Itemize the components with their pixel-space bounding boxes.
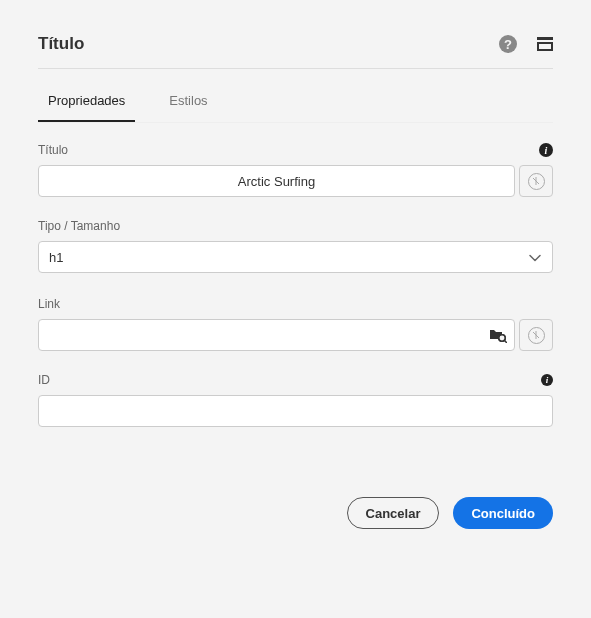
dialog: Título ? Propriedades Estilos Título i — [0, 0, 591, 559]
field-label: Tipo / Tamanho — [38, 219, 120, 233]
tab-properties[interactable]: Propriedades — [38, 93, 135, 122]
field-id: ID i — [38, 373, 553, 427]
field-type: Tipo / Tamanho h1 — [38, 219, 553, 275]
id-input[interactable] — [38, 395, 553, 427]
path-browser-icon[interactable] — [489, 327, 507, 343]
button-label: Concluído — [471, 506, 535, 521]
select-value: h1 — [49, 250, 63, 265]
button-label: Cancelar — [366, 506, 421, 521]
tab-styles[interactable]: Estilos — [159, 93, 207, 122]
svg-line-3 — [504, 340, 506, 342]
field-header: ID i — [38, 373, 553, 387]
help-icon[interactable]: ? — [499, 35, 517, 53]
field-row — [38, 319, 553, 351]
field-row — [38, 395, 553, 427]
fullscreen-icon[interactable] — [537, 37, 553, 51]
data-picker-button[interactable] — [519, 319, 553, 351]
data-picker-icon — [528, 173, 545, 190]
field-title: Título i — [38, 143, 553, 197]
dialog-footer: Cancelar Concluído — [38, 449, 553, 559]
header-icons: ? — [499, 35, 553, 53]
field-label: Título — [38, 143, 68, 157]
type-select[interactable]: h1 — [38, 241, 553, 273]
field-link: Link — [38, 297, 553, 351]
title-input[interactable] — [38, 165, 515, 197]
form: Título i Tipo / Tamanho h1 — [38, 123, 553, 427]
info-icon[interactable]: i — [541, 374, 553, 386]
done-button[interactable]: Concluído — [453, 497, 553, 529]
dialog-header: Título ? — [38, 0, 553, 69]
field-row — [38, 165, 553, 197]
field-label: ID — [38, 373, 50, 387]
select-wrap: h1 — [38, 241, 553, 275]
field-label: Link — [38, 297, 60, 311]
cancel-button[interactable]: Cancelar — [347, 497, 440, 529]
data-picker-icon — [528, 327, 545, 344]
tabs: Propriedades Estilos — [38, 69, 553, 123]
dialog-title: Título — [38, 34, 84, 54]
tab-label: Propriedades — [48, 93, 125, 108]
field-header: Título i — [38, 143, 553, 157]
info-icon[interactable]: i — [539, 143, 553, 157]
link-input-wrap — [38, 319, 515, 351]
tab-label: Estilos — [169, 93, 207, 108]
data-picker-button[interactable] — [519, 165, 553, 197]
field-header: Tipo / Tamanho — [38, 219, 553, 233]
field-header: Link — [38, 297, 553, 311]
link-input[interactable] — [38, 319, 515, 351]
